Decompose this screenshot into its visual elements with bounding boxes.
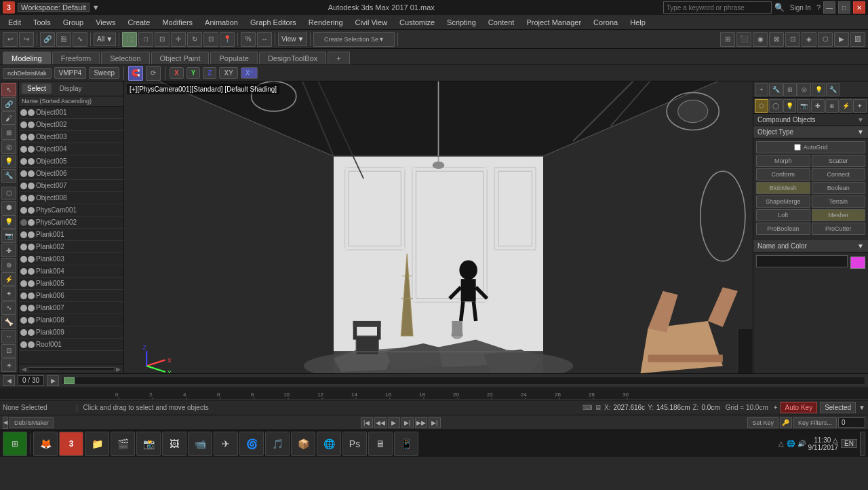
taskbar-firefox[interactable]: 🦊 <box>33 432 58 456</box>
taskbar-snagit[interactable]: 📸 <box>136 432 161 456</box>
link-btn[interactable]: 🔗 <box>40 32 55 47</box>
undo-btn[interactable]: ↩ <box>3 32 18 47</box>
scene-row[interactable]: Plank002 <box>19 241 123 253</box>
morph-btn[interactable]: Morph <box>756 155 810 167</box>
maximize-btn[interactable]: □ <box>838 1 850 14</box>
visibility-dot[interactable] <box>20 305 27 312</box>
menu-group[interactable]: Group <box>58 17 90 28</box>
menu-views[interactable]: Views <box>90 17 121 28</box>
render-dot[interactable] <box>28 121 35 128</box>
object-name-input[interactable] <box>756 255 848 267</box>
scene-row[interactable]: Plank008 <box>19 314 123 326</box>
taskbar-premiere[interactable]: 🎬 <box>111 432 135 456</box>
rp-camera-icon[interactable]: 📷 <box>797 99 810 113</box>
unlink-btn[interactable]: ⛓ <box>56 32 71 47</box>
mini-left-panel-btn[interactable]: ◀ <box>3 417 8 429</box>
tab-object-paint[interactable]: Object Paint <box>151 52 210 64</box>
rp-light-icon[interactable]: 💡 <box>783 99 797 113</box>
menu-tools[interactable]: Tools <box>28 17 56 28</box>
rp-dynamics-icon[interactable]: ⚡ <box>840 99 853 113</box>
rp-display-icon[interactable]: 💡 <box>812 83 825 96</box>
play-selected-btn[interactable]: ▶| <box>401 417 414 428</box>
tab-freeform[interactable]: Freeform <box>52 52 100 64</box>
visibility-dot[interactable] <box>20 207 27 214</box>
y-axis-btn[interactable]: Y <box>186 67 201 79</box>
scene-row[interactable]: Plank009 <box>19 326 123 339</box>
play-btn[interactable]: ▶ <box>388 417 400 428</box>
debrismaker-btn[interactable]: DebrisMaker <box>9 417 54 428</box>
visibility-dot[interactable] <box>20 183 27 189</box>
titlebar-workspace[interactable]: Workspace: Default <box>18 3 90 12</box>
autogrid-btn[interactable]: AutoGrid <box>756 141 865 153</box>
layers-btn[interactable]: ⊞ <box>720 32 735 47</box>
selected-dropdown-icon[interactable]: ▼ <box>859 404 865 411</box>
key-filters-btn[interactable]: Key Filters... <box>793 417 837 428</box>
visibility-dot[interactable] <box>20 317 27 324</box>
create-dynamics-icon[interactable]: ⚡ <box>1 272 16 286</box>
name-color-section-header[interactable]: Name and Color ▼ <box>753 240 868 252</box>
prev-label-btn[interactable]: nchDebrisMak <box>3 68 52 79</box>
sweep-btn[interactable]: Sweep <box>89 67 119 79</box>
create-mirror-icon[interactable]: ↔ <box>1 330 16 343</box>
rp-space-icon[interactable]: ⊕ <box>825 99 839 113</box>
visibility-dot[interactable] <box>20 244 27 250</box>
tab-populate[interactable]: Populate <box>210 52 257 64</box>
render-dot[interactable] <box>28 329 35 336</box>
tab-more[interactable]: + <box>328 52 349 64</box>
go-to-start-btn[interactable]: |◀ <box>361 417 373 428</box>
scene-row[interactable]: Plank003 <box>19 253 123 265</box>
render-setup-btn[interactable]: ⬡ <box>818 32 833 47</box>
shapemerge-btn[interactable]: ShapeMerge <box>756 195 810 208</box>
render-dot[interactable] <box>28 109 35 116</box>
redo-btn[interactable]: ↪ <box>19 32 34 47</box>
tab-designtoolbox[interactable]: DesignToolBox <box>259 52 326 64</box>
place-btn[interactable]: 📍 <box>220 32 235 47</box>
visibility-dot[interactable] <box>20 329 27 336</box>
render-dot[interactable] <box>28 280 35 287</box>
create-align-icon[interactable]: ⊡ <box>1 344 16 358</box>
visibility-dot[interactable] <box>20 280 27 287</box>
rp-modify-icon[interactable]: 🔧 <box>769 83 783 96</box>
visibility-dot[interactable] <box>20 231 27 238</box>
create-camera-icon[interactable]: 📷 <box>1 229 16 243</box>
timeline-thumb[interactable] <box>64 377 75 384</box>
taskbar-monitor[interactable]: 🖥 <box>368 432 393 456</box>
render-dot[interactable] <box>28 268 35 275</box>
motion-tool-icon[interactable]: ◎ <box>1 140 16 154</box>
loft-btn[interactable]: Loft <box>756 209 810 221</box>
procutter-btn[interactable]: ProCutter <box>812 223 866 235</box>
create-bone-icon[interactable]: 🦴 <box>1 316 16 329</box>
object-paint-tool-icon[interactable]: 🖌 <box>1 111 16 125</box>
render-frame-btn[interactable]: 🖼 <box>850 32 865 47</box>
bind-btn[interactable]: ∿ <box>73 32 87 47</box>
taskbar-explorer[interactable]: 📁 <box>85 432 109 456</box>
selected-dropdown[interactable]: Selected <box>820 402 856 413</box>
taskbar-vlc[interactable]: 📹 <box>188 432 212 456</box>
visibility-dot[interactable] <box>20 158 27 165</box>
select-tool-icon[interactable]: ↖ <box>1 83 16 96</box>
schematic-btn[interactable]: ⊡ <box>785 32 800 47</box>
menu-help[interactable]: Help <box>625 17 651 28</box>
menu-edit[interactable]: Edit <box>3 17 26 28</box>
render-dot[interactable] <box>28 207 35 214</box>
autokey-btn[interactable]: Auto Key <box>781 402 818 413</box>
scene-row[interactable]: Object005 <box>19 155 123 168</box>
rp-hierarchy-icon[interactable]: ⊞ <box>783 83 797 96</box>
render-dot[interactable] <box>28 195 35 202</box>
start-btn[interactable]: ⊞ <box>3 432 27 456</box>
terrain-btn[interactable]: Terrain <box>812 195 866 208</box>
systray-sound-icon[interactable]: 🔊 <box>797 440 806 447</box>
visibility-dot[interactable] <box>20 121 27 128</box>
object-type-section-header[interactable]: Object Type ▼ <box>753 126 868 138</box>
menu-rendering[interactable]: Rendering <box>303 17 349 28</box>
render-dot[interactable] <box>28 146 35 153</box>
create-helper-icon[interactable]: ✚ <box>1 244 16 257</box>
menu-modifiers[interactable]: Modifiers <box>157 17 198 28</box>
select-filter-dropdown[interactable]: All ▼ <box>94 33 116 46</box>
visibility-dot[interactable] <box>20 146 27 153</box>
scene-row[interactable]: Plank006 <box>19 290 123 302</box>
rotate-btn[interactable]: ↻ <box>187 32 202 47</box>
systray-net-icon[interactable]: 🌐 <box>787 440 795 447</box>
menu-project-manager[interactable]: Project Manager <box>521 17 587 28</box>
scene-tab-display[interactable]: Display <box>54 83 87 94</box>
